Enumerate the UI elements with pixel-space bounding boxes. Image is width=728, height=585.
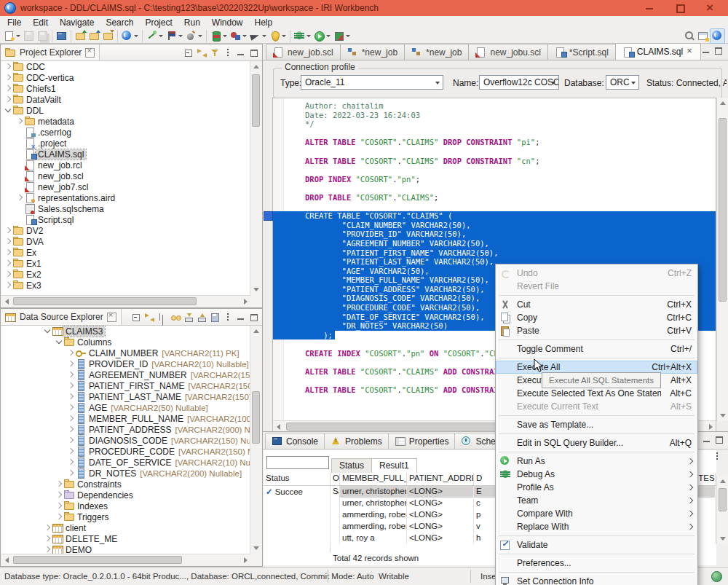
maximize-icon[interactable] — [713, 45, 725, 56]
folder-import-button[interactable] — [74, 29, 87, 43]
dropdown-arrow-icon[interactable] — [242, 35, 247, 37]
database-profile-button[interactable] — [209, 29, 229, 43]
hierarchy-icon[interactable] — [157, 312, 169, 323]
expander-icon[interactable] — [66, 402, 76, 413]
menu-file[interactable]: File — [1, 17, 27, 28]
collapse-all-icon[interactable] — [183, 47, 195, 58]
view-menu-icon[interactable] — [222, 47, 234, 58]
tree-item-dependencies[interactable]: Dependencies — [1, 490, 250, 500]
scroll-thumb[interactable] — [13, 556, 182, 564]
tree-item-ex3[interactable]: Ex3 — [1, 280, 250, 291]
tree-item-patient-first-name[interactable]: PATIENT_FIRST_NAME[VARCHAR2(150) Nullabl… — [1, 380, 250, 391]
tree-item-delete-me[interactable]: DELETE_ME — [1, 533, 250, 544]
etl-wizard-button[interactable] — [165, 29, 184, 43]
scroll-thumb[interactable] — [252, 74, 260, 127]
tree-item-script-sql[interactable]: Script.sql — [1, 214, 250, 225]
expander-icon[interactable] — [3, 258, 13, 269]
menu-item-validate[interactable]: Validate — [496, 538, 697, 551]
menu-item-paste[interactable]: PasteCtrl+V — [496, 324, 697, 337]
expander-icon[interactable] — [42, 522, 52, 533]
tree-item-provider-id[interactable]: PROVIDER_ID[VARCHAR2(10) Nullable] — [1, 358, 250, 369]
tree-item-ex2[interactable]: Ex2 — [1, 269, 250, 280]
view-tab-problems[interactable]: Problems — [324, 433, 389, 449]
code-line-26[interactable]: ); — [273, 331, 335, 340]
expander-icon[interactable] — [66, 358, 76, 369]
menu-item-execute-current-text[interactable]: Execute Current TextAlt+S — [496, 400, 697, 413]
expander-icon[interactable] — [42, 544, 52, 554]
tree-item-constraints[interactable]: Constraints — [1, 479, 250, 490]
menu-item-run-as[interactable]: Run As — [496, 455, 697, 468]
tree-item-indexes[interactable]: Indexes — [1, 500, 250, 511]
filter-icon[interactable] — [209, 47, 221, 58]
tree-item-new-job-scl[interactable]: new_job.scl — [1, 170, 250, 181]
subset-wizard-button[interactable] — [184, 29, 204, 43]
tree-item-metadata[interactable]: metadata — [1, 116, 250, 127]
code-line-17[interactable]: "PATIENT_FIRST_NAME" VARCHAR2(50), — [273, 248, 716, 258]
sort-wizard-button[interactable] — [145, 29, 165, 43]
scroll-left-icon[interactable] — [1, 554, 12, 565]
view-menu-icon[interactable] — [222, 312, 234, 323]
code-line-3[interactable]: */ — [305, 119, 716, 129]
scroll-right-icon[interactable] — [240, 554, 250, 565]
tree-item-new-job7-scl[interactable]: new_job7.scl — [1, 181, 250, 192]
tree-item-ddl[interactable]: DDL — [1, 105, 250, 116]
scroll-down-icon[interactable] — [717, 533, 728, 544]
menu-help[interactable]: Help — [249, 17, 279, 28]
window-minimize-icon[interactable] — [645, 4, 654, 12]
menu-item-team[interactable]: Team — [496, 494, 697, 507]
dropdown-arrow-icon[interactable] — [223, 35, 227, 37]
scroll-right-icon[interactable] — [705, 421, 716, 432]
iri-perspective-button[interactable] — [710, 28, 725, 44]
tree-item-client[interactable]: client — [1, 522, 250, 533]
code-line-7[interactable]: ALTER TABLE "COSORT"."CLAIMS" DROP CONST… — [305, 157, 716, 166]
scroll-left-icon[interactable] — [1, 296, 12, 307]
dropdown-arrow-icon[interactable] — [282, 35, 286, 37]
scroll-up-icon[interactable] — [250, 61, 261, 72]
menu-item-copy[interactable]: CopyCtrl+C — [496, 311, 697, 324]
code-line-10[interactable] — [305, 184, 716, 193]
data-source-explorer-hscrollbar[interactable] — [1, 554, 250, 565]
shield-wizard-button[interactable] — [268, 29, 288, 43]
menu-item-profile-as[interactable]: Profile As — [496, 481, 697, 494]
expander-icon[interactable] — [66, 391, 76, 402]
result-tab-result1[interactable]: Result1 — [371, 458, 417, 473]
editor-tab-new-jobu-scl[interactable]: new_jobu.scl — [468, 44, 547, 60]
menu-run[interactable]: Run — [178, 17, 206, 28]
tree-item-date-of-service[interactable]: DATE_OF_SERVICE[VARCHAR2(10) Nullable] — [1, 457, 250, 468]
export-config-icon[interactable] — [196, 312, 208, 323]
menu-item-preferences[interactable]: Preferences... — [496, 557, 697, 570]
database-combo[interactable]: ORC — [606, 75, 639, 90]
tree-item-new-job-rcl[interactable]: new_job.rcl — [1, 160, 250, 170]
menu-window[interactable]: Window — [206, 17, 249, 28]
column-header-patient-address[interactable]: PATIENT_ADDRESS — [407, 473, 474, 485]
dropdown-arrow-icon[interactable] — [198, 35, 202, 37]
expander-icon[interactable] — [42, 533, 52, 544]
expander-icon[interactable] — [66, 457, 76, 468]
scroll-thumb[interactable] — [719, 488, 727, 511]
tree-item-triggers[interactable]: Triggers — [1, 511, 250, 522]
scroll-left-icon[interactable] — [273, 421, 284, 432]
code-line-8[interactable] — [305, 165, 716, 175]
tree-item-member-full-name[interactable]: MEMBER_FULL_NAME[VARCHAR2(100) Nullable] — [1, 413, 250, 424]
column-header-o[interactable]: O — [331, 473, 340, 485]
link-with-editor-icon[interactable] — [143, 312, 156, 323]
tree-item-agreement-number[interactable]: AGREEMENT_NUMBER[VARCHAR2(150) Nullable — [1, 369, 250, 380]
menu-item-cut[interactable]: CutCtrl+X — [496, 298, 697, 311]
scroll-thumb[interactable] — [719, 118, 727, 302]
column-header-member-full-name[interactable]: MEMBER_FULL_NAME — [340, 473, 407, 485]
scroll-thumb[interactable] — [286, 423, 506, 431]
save-all-button[interactable] — [36, 29, 50, 43]
iri-workbench-button[interactable] — [120, 29, 140, 43]
tree-item-dr-notes[interactable]: DR_NOTES[VARCHAR2(200) Nullable] — [1, 468, 250, 479]
window-close-icon[interactable] — [706, 4, 715, 12]
tab-close-icon[interactable] — [687, 48, 694, 55]
code-line-16[interactable]: "AGREEMENT_NUMBER" VARCHAR2(50), — [273, 239, 716, 248]
menu-item-undo[interactable]: UndoCtrl+Z — [496, 267, 697, 280]
expander-icon[interactable] — [66, 435, 76, 446]
tree-item-dva[interactable]: DVA — [1, 236, 250, 247]
results-vscrollbar[interactable] — [716, 476, 728, 544]
dropdown-arrow-icon[interactable] — [326, 35, 331, 37]
view-tab-properties[interactable]: Properties — [388, 433, 456, 449]
tab-close-icon[interactable] — [85, 48, 95, 58]
link-with-editor-icon[interactable] — [196, 47, 208, 58]
